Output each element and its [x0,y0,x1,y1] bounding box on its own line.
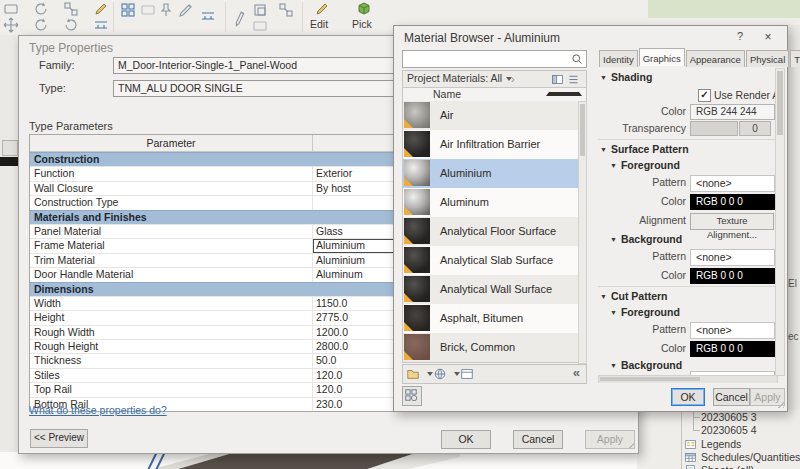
material-list-item[interactable]: Analytical Wall Surface [403,275,579,304]
edit-boundary-icon[interactable] [314,1,330,17]
pin-icon[interactable] [158,2,174,18]
shading-section-header[interactable]: ▼Shading [600,71,652,83]
edit-tool-label[interactable]: Edit [310,18,328,30]
section-collapse-icon: ▼ [610,309,617,316]
transparency-label: Transparency [598,122,686,134]
tab-thermal[interactable]: Thermal [790,50,800,67]
scrollbar-thumb[interactable] [777,71,783,135]
material-libraries-button[interactable] [402,386,422,406]
pattern-value[interactable]: <none> [690,249,775,266]
preview-toggle-button[interactable]: << Preview [30,429,88,448]
ok-button[interactable]: OK [671,388,705,406]
collapse-pane-icon[interactable]: « [573,365,580,380]
tab-appearance[interactable]: Appearance [686,50,745,67]
pattern-color-swatch[interactable]: RGB 0 0 0 [690,268,775,284]
pattern-label: Pattern [598,176,686,188]
move-tool-icon[interactable] [3,17,19,33]
copy-monitor-icon[interactable] [252,2,268,18]
pattern-label: Pattern [598,250,686,262]
tab-identity[interactable]: Identity [599,50,638,67]
tab-physical[interactable]: Physical [746,50,789,67]
pattern-row: Pattern <none> [598,175,784,191]
pick-walls-icon[interactable] [356,1,372,17]
paint-brush-icon[interactable] [178,2,194,18]
open-panel-icon[interactable] [460,367,474,381]
cope-tool-icon[interactable] [3,1,19,17]
material-search-input[interactable] [403,51,586,67]
material-list-item[interactable]: Aluminum [403,188,579,217]
tree-item-sheet[interactable]: 20230605 3 [701,411,756,423]
section-collapse-icon: ▼ [600,293,607,300]
cancel-button[interactable]: Cancel [713,388,750,406]
tab-graphics[interactable]: Graphics [639,48,685,66]
material-list-item[interactable]: Brick, Common [403,333,579,362]
pattern-value[interactable]: <none> [690,322,775,339]
tree-item-sheets[interactable]: Sheets (all) [701,464,754,469]
offset-tool-icon[interactable] [33,1,49,17]
align-tool-icon[interactable] [93,17,109,33]
apply-button[interactable]: Apply [585,430,635,449]
slope-arrow-icon[interactable] [230,8,251,29]
cancel-button[interactable]: Cancel [513,430,563,449]
material-list-item-selected[interactable]: Aluminium [403,159,579,188]
rotate-tool-icon[interactable] [33,17,49,33]
section-collapse-icon: ▼ [610,162,617,169]
edit-geometry-icon[interactable] [93,1,109,17]
material-list-item[interactable]: Asphalt, Bitumen [403,304,579,333]
coordination-icon[interactable] [278,2,294,18]
dialog-title[interactable]: Type Properties [29,41,113,55]
matchline-grid-icon[interactable] [120,2,136,18]
type-label: Type: [39,82,66,94]
cut-pattern-section-header[interactable]: ▼Cut Pattern [600,290,668,302]
scrollbar-thumb[interactable] [580,104,585,156]
material-filter-bar[interactable]: Project Materials: All › [402,70,587,88]
foreground-group-header[interactable]: ▼Foreground [610,306,680,318]
material-library-globe-icon[interactable] [433,367,447,381]
mirror-tool-icon[interactable] [63,17,79,33]
background-group-header[interactable]: ▼Background [610,359,682,371]
measure-icon[interactable] [200,8,216,24]
alignment-label: Alignment [598,214,686,226]
pattern-color-swatch[interactable]: RGB 0 0 0 [690,341,775,357]
material-list-scrollbar[interactable] [578,101,587,364]
dialog-title[interactable]: Material Browser - Aluminium [404,31,560,45]
texture-alignment-button[interactable]: Texture Alignment... [690,213,774,230]
paste-icon[interactable] [252,18,268,34]
create-material-icon[interactable] [406,367,420,381]
palette-icon[interactable] [2,140,18,156]
split-tool-icon[interactable] [63,1,79,17]
viewport-icon[interactable] [140,2,156,18]
pattern-color-swatch[interactable]: RGB 0 0 0 [690,194,775,210]
pattern-value[interactable]: <none> [690,175,775,192]
material-list-item[interactable]: Air Infiltration Barrier [403,130,579,159]
material-thumbnail [404,189,430,215]
material-list-item[interactable]: Analytical Slab Surface [403,246,579,275]
shading-color-swatch[interactable]: RGB 244 244 244 [690,104,775,120]
contextual-tab-highlight [648,0,800,18]
material-list-item[interactable]: Air [403,101,579,130]
alignment-row: Alignment Texture Alignment... [598,213,784,229]
horizontal-scrollbar[interactable] [598,375,778,383]
foreground-group-header[interactable]: ▼Foreground [610,159,680,171]
scrollbar-thumb[interactable] [600,377,700,381]
pattern-color-row: Color RGB 0 0 0 [598,194,784,210]
tree-item-legends[interactable]: Legends [701,438,741,450]
tree-item-sheet[interactable]: 20230605 4 [701,424,756,436]
properties-help-link[interactable]: What do these properties do? [29,404,167,416]
use-render-appearance-checkbox[interactable]: ✓ [698,89,711,102]
material-search [402,50,587,68]
material-list-item[interactable]: Analytical Floor Surface [403,217,579,246]
surface-pattern-section-header[interactable]: ▼Surface Pattern [600,143,689,155]
help-button[interactable]: ? [732,30,748,44]
transparency-slider[interactable] [690,121,738,136]
ok-button[interactable]: OK [441,430,491,449]
graphics-panel: ▼Shading ✓ Use Render Appearance Color R… [598,68,784,383]
list-view-icon[interactable] [567,73,580,86]
transparency-value[interactable]: 0 [739,121,771,136]
tree-item-schedules[interactable]: Schedules/Quantities ( [701,451,800,463]
close-icon[interactable]: × [760,30,776,44]
background-group-header[interactable]: ▼Background [610,233,682,245]
split-view-icon[interactable] [551,73,564,86]
pick-tool-label[interactable]: Pick [352,18,372,30]
graphics-panel-scrollbar[interactable] [775,68,785,376]
